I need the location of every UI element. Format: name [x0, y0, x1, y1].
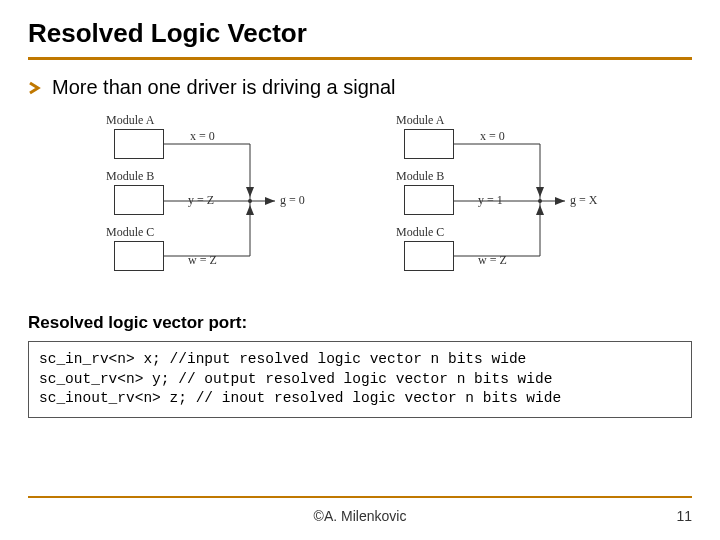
diagram-right: Module A x = 0 Module B y = 1 Module C w… — [390, 113, 620, 293]
diagram-area: Module A x = 0 Module B y = Z Module C w… — [28, 113, 692, 293]
code-box: sc_in_rv<n> x; //input resolved logic ve… — [28, 341, 692, 418]
footer-author: ©A. Milenkovic — [0, 508, 720, 524]
code-line-2: sc_out_rv<n> y; // output resolved logic… — [39, 371, 552, 387]
svg-marker-2 — [265, 197, 275, 205]
svg-marker-0 — [246, 187, 254, 197]
page-title: Resolved Logic Vector — [28, 18, 692, 55]
svg-point-7 — [538, 199, 542, 203]
svg-marker-5 — [536, 205, 544, 215]
svg-marker-6 — [555, 197, 565, 205]
wires-left — [100, 113, 330, 293]
wires-right — [390, 113, 620, 293]
bullet-text: More than one driver is driving a signal — [52, 76, 396, 99]
page-number: 11 — [676, 508, 692, 524]
svg-marker-4 — [536, 187, 544, 197]
title-divider — [28, 57, 692, 60]
svg-marker-1 — [246, 205, 254, 215]
code-line-3: sc_inout_rv<n> z; // inout resolved logi… — [39, 390, 561, 406]
sub-heading: Resolved logic vector port: — [28, 313, 692, 333]
footer-divider — [28, 496, 692, 498]
chevron-right-icon — [28, 81, 42, 95]
svg-point-3 — [248, 199, 252, 203]
diagram-left: Module A x = 0 Module B y = Z Module C w… — [100, 113, 330, 293]
code-line-1: sc_in_rv<n> x; //input resolved logic ve… — [39, 351, 526, 367]
bullet-item: More than one driver is driving a signal — [28, 76, 692, 99]
